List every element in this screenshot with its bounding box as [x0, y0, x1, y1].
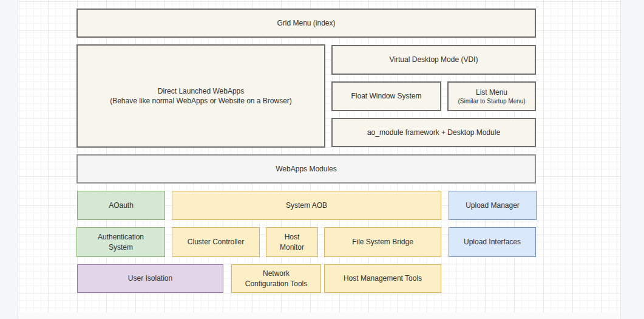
- node-label: Configuration Tools: [245, 279, 308, 289]
- node-upload-manager[interactable]: Upload Manager: [449, 191, 537, 220]
- node-label: System AOB: [286, 201, 327, 210]
- node-label: Host Management Tools: [344, 273, 422, 283]
- node-label: Grid Menu (index): [277, 18, 335, 28]
- node-host-monitor[interactable]: HostMonitor: [266, 227, 318, 257]
- node-label: Upload Manager: [466, 201, 520, 210]
- node-grid-menu[interactable]: Grid Menu (index): [76, 9, 536, 38]
- node-webapps-modules[interactable]: WebApps Modules: [76, 154, 536, 184]
- node-cluster-controller[interactable]: Cluster Controller: [172, 227, 260, 257]
- node-list-menu[interactable]: List Menu(Similar to Startup Menu): [447, 81, 536, 111]
- node-system-aob[interactable]: System AOB: [172, 191, 441, 220]
- node-label: Cluster Controller: [188, 237, 244, 247]
- node-ao-module-framework[interactable]: ao_module framework + Desktop Module: [331, 118, 536, 147]
- node-label: Virtual Desktop Mode (VDI): [390, 55, 478, 64]
- node-label: System: [109, 242, 133, 252]
- node-label: Authentication: [98, 232, 144, 242]
- node-virtual-desktop-mode[interactable]: Virtual Desktop Mode (VDI): [331, 45, 536, 75]
- node-upload-interfaces[interactable]: Upload Interfaces: [449, 227, 536, 257]
- node-user-isolation[interactable]: User Isolation: [77, 264, 223, 293]
- node-label: User Isolation: [128, 273, 172, 283]
- node-network-configuration-tools[interactable]: NetworkConfiguration Tools: [231, 264, 321, 293]
- node-label: Monitor: [280, 242, 304, 252]
- node-label: AOauth: [109, 201, 134, 210]
- node-label: Network: [263, 269, 290, 278]
- node-authentication-system[interactable]: AuthenticationSystem: [76, 227, 165, 257]
- right-sidebar-strip: [620, 0, 644, 319]
- node-label: Float Window System: [351, 91, 421, 101]
- node-aoauth[interactable]: AOauth: [77, 191, 165, 220]
- diagram-layer: Grid Menu (index)Direct Launched WebApps…: [0, 0, 644, 319]
- node-direct-launched-webapps[interactable]: Direct Launched WebApps(Behave like norm…: [76, 44, 325, 148]
- node-label: List Menu: [476, 87, 507, 97]
- node-label: Direct Launched WebApps: [158, 86, 245, 96]
- node-label: (Behave like normal WebApps or Website o…: [110, 96, 292, 106]
- node-float-window-system[interactable]: Float Window System: [331, 81, 441, 111]
- node-label: (Similar to Startup Menu): [458, 97, 525, 105]
- node-label: Host: [285, 232, 300, 242]
- node-host-management-tools[interactable]: Host Management Tools: [324, 264, 441, 293]
- node-label: Upload Interfaces: [464, 237, 521, 247]
- node-label: WebApps Modules: [276, 164, 337, 174]
- node-label: ao_module framework + Desktop Module: [367, 128, 500, 137]
- node-label: File System Bridge: [352, 237, 413, 247]
- node-file-system-bridge[interactable]: File System Bridge: [324, 227, 441, 257]
